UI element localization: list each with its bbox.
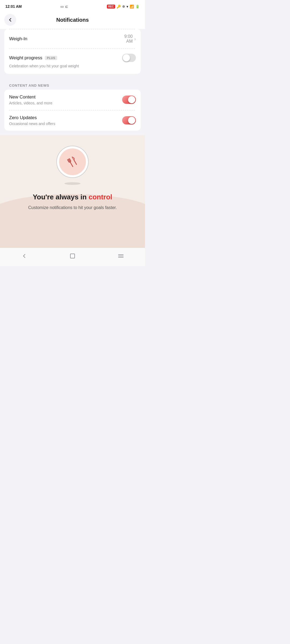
content-area: Weigh-In 9:00AM › Weight progress PLUS C…	[0, 29, 145, 248]
rec-badge: REC	[107, 5, 115, 9]
camera-icon: ▭	[60, 5, 64, 9]
wifi-icon: 📶	[130, 5, 134, 9]
utensils-svg	[65, 154, 80, 169]
back-button[interactable]	[4, 14, 16, 26]
content-news-card: New Content Articles, videos, and more Z…	[4, 90, 141, 131]
zero-updates-row: Zero Updates Occasional news and offers	[4, 110, 141, 131]
weight-progress-top: Weight progress PLUS	[9, 54, 136, 62]
nav-back-button[interactable]	[16, 251, 32, 261]
nav-home-icon	[69, 253, 76, 259]
svg-rect-5	[70, 254, 75, 258]
new-content-info: New Content Articles, videos, and more	[9, 94, 52, 105]
signal-icon: ▾	[126, 5, 128, 9]
header: Notifications	[0, 12, 145, 29]
weigh-in-right: 9:00AM ›	[124, 34, 136, 44]
nav-back-icon	[21, 253, 27, 259]
clock-utensil-icon	[56, 146, 89, 178]
new-content-toggle-knob	[128, 96, 135, 103]
status-center-icons: ▭ ⊏	[60, 5, 68, 9]
status-time: 12:01 AM	[5, 4, 22, 9]
section-content-and-news: CONTENT AND NEWS	[0, 78, 145, 90]
promo-title: You're always in control	[33, 193, 112, 201]
weigh-in-time: 9:00AM	[124, 34, 133, 44]
new-content-label: New Content	[9, 94, 52, 100]
promo-subtitle: Customize notifications to hit your goal…	[28, 204, 117, 211]
toggle-knob	[123, 54, 130, 61]
weight-progress-label: Weight progress	[9, 55, 42, 61]
zero-updates-info: Zero Updates Occasional news and offers	[9, 115, 55, 126]
status-bar: 12:01 AM ▭ ⊏ REC 🔑 ✲ ▾ 📶 🔋	[0, 0, 145, 12]
bluetooth-icon: ✲	[122, 5, 125, 9]
key-icon: 🔑	[117, 5, 121, 9]
nav-home-button[interactable]	[64, 251, 81, 261]
weigh-in-label: Weigh-In	[9, 36, 27, 42]
weigh-in-chevron: ›	[134, 36, 136, 42]
weigh-in-row[interactable]: Weigh-In 9:00AM ›	[4, 29, 141, 49]
nav-menu-icon	[118, 253, 124, 259]
weight-progress-left: Weight progress PLUS	[9, 55, 57, 61]
page-title: Notifications	[0, 17, 145, 23]
clock-inner	[59, 148, 86, 175]
weight-progress-row: Weight progress PLUS Celebration when yo…	[4, 49, 141, 74]
promo-section: You're always in control Customize notif…	[0, 135, 145, 248]
weight-progress-toggle[interactable]	[122, 54, 136, 62]
weight-progress-desc: Celebration when you hit your goal weigh…	[9, 64, 79, 68]
zero-updates-label: Zero Updates	[9, 115, 55, 120]
zero-updates-desc: Occasional news and offers	[9, 122, 55, 126]
cast-icon: ⊏	[65, 5, 68, 9]
nav-menu-button[interactable]	[113, 251, 129, 261]
zero-updates-toggle[interactable]	[122, 116, 136, 125]
nav-bar	[0, 248, 145, 266]
battery-icon: 🔋	[135, 5, 140, 9]
plus-badge: PLUS	[45, 56, 57, 60]
weigh-in-card: Weigh-In 9:00AM › Weight progress PLUS C…	[4, 29, 141, 74]
clock-shadow	[64, 182, 81, 185]
status-right-icons: REC 🔑 ✲ ▾ 📶 🔋	[107, 5, 140, 9]
new-content-row: New Content Articles, videos, and more	[4, 90, 141, 110]
new-content-toggle[interactable]	[122, 96, 136, 104]
new-content-desc: Articles, videos, and more	[9, 101, 52, 105]
zero-updates-toggle-knob	[128, 117, 135, 124]
